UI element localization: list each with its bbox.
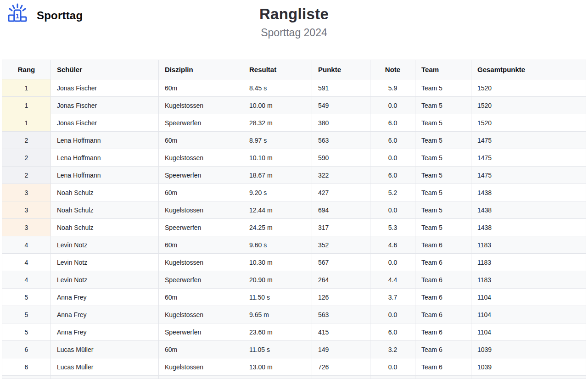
cell-points: 563 [312, 306, 370, 323]
cell-cropped [415, 376, 471, 379]
cell-total: 1475 [471, 149, 586, 167]
cell-discipline: Speerwerfen [159, 323, 243, 341]
table-row: 5Anna FreyKugelstossen9.65 m5630.0Team 6… [2, 306, 586, 323]
cell-points: 590 [312, 149, 370, 167]
cell-total: 1183 [471, 271, 586, 289]
cell-result: 9.20 s [243, 184, 312, 201]
cell-grade: 4.6 [370, 236, 415, 254]
titles: Rangliste Sporttag 2024 [0, 6, 588, 39]
cell-rank: 4 [2, 236, 51, 254]
table-row-cropped [2, 376, 586, 379]
cell-points: 415 [312, 323, 370, 341]
column-header-disziplin: Disziplin [159, 60, 243, 79]
column-header-resultat: Resultat [243, 60, 312, 79]
cell-discipline: 60m [159, 184, 243, 201]
cell-total: 1039 [471, 341, 586, 358]
cell-grade: 0.0 [370, 358, 415, 376]
cell-total: 1104 [471, 323, 586, 341]
cell-discipline: 60m [159, 236, 243, 254]
table-row: 6Lucas MüllerKugelstossen13.00 m7260.0Te… [2, 358, 586, 376]
page-header: 1 Sporttag Rangliste Sporttag 2024 [0, 0, 588, 60]
ranking-table: Rang Schüler Disziplin Resultat Punkte N… [2, 60, 586, 379]
cell-grade: 0.0 [370, 97, 415, 114]
page-title: Rangliste [0, 6, 588, 23]
cell-points: 427 [312, 184, 370, 201]
table-row: 4Levin Notz60m9.60 s3524.6Team 61183 [2, 236, 586, 254]
cell-rank: 1 [2, 97, 51, 114]
cell-result: 9.60 s [243, 236, 312, 254]
cell-discipline: Kugelstossen [159, 97, 243, 114]
cell-rank: 4 [2, 271, 51, 289]
cell-team: Team 5 [415, 79, 471, 97]
cell-student: Noah Schulz [51, 184, 159, 201]
page-subtitle: Sporttag 2024 [0, 27, 588, 39]
cell-discipline: Kugelstossen [159, 358, 243, 376]
cell-result: 12.44 m [243, 201, 312, 219]
cell-rank: 2 [2, 167, 51, 184]
cell-team: Team 5 [415, 219, 471, 236]
column-header-gesamtpunkte: Gesamtpunkte [471, 60, 586, 79]
cell-team: Team 6 [415, 236, 471, 254]
cell-student: Lucas Müller [51, 341, 159, 358]
cell-result: 9.65 m [243, 306, 312, 323]
column-header-punkte: Punkte [312, 60, 370, 79]
cell-total: 1520 [471, 97, 586, 114]
table-row: 6Lucas Müller60m11.05 s1493.2Team 61039 [2, 341, 586, 358]
cell-points: 149 [312, 341, 370, 358]
cell-discipline: 60m [159, 79, 243, 97]
cell-team: Team 6 [415, 306, 471, 323]
cell-student: Lena Hoffmann [51, 167, 159, 184]
table-header-row: Rang Schüler Disziplin Resultat Punkte N… [2, 60, 586, 79]
cell-team: Team 5 [415, 114, 471, 132]
cell-team: Team 6 [415, 341, 471, 358]
cell-cropped [471, 376, 586, 379]
cell-discipline: Speerwerfen [159, 167, 243, 184]
cell-points: 317 [312, 219, 370, 236]
cell-points: 380 [312, 114, 370, 132]
cell-grade: 6.0 [370, 167, 415, 184]
cell-rank: 3 [2, 184, 51, 201]
table-row: 4Levin NotzSpeerwerfen20.90 m2644.4Team … [2, 271, 586, 289]
cell-discipline: 60m [159, 132, 243, 149]
cell-team: Team 6 [415, 289, 471, 306]
cell-result: 10.10 m [243, 149, 312, 167]
cell-total: 1520 [471, 79, 586, 97]
cell-team: Team 5 [415, 167, 471, 184]
table-row: 3Noah SchulzSpeerwerfen24.25 m3175.3Team… [2, 219, 586, 236]
cell-grade: 0.0 [370, 201, 415, 219]
cell-total: 1520 [471, 114, 586, 132]
table-row: 2Lena HoffmannSpeerwerfen18.67 m3226.0Te… [2, 167, 586, 184]
cell-points: 264 [312, 271, 370, 289]
cell-cropped [2, 376, 51, 379]
cell-student: Levin Notz [51, 254, 159, 271]
column-header-schueler: Schüler [51, 60, 159, 79]
cell-student: Jonas Fischer [51, 114, 159, 132]
table-row: 2Lena HoffmannKugelstossen10.10 m5900.0T… [2, 149, 586, 167]
cell-team: Team 5 [415, 97, 471, 114]
cell-student: Lucas Müller [51, 358, 159, 376]
cell-result: 18.67 m [243, 167, 312, 184]
cell-result: 11.50 s [243, 289, 312, 306]
table-row: 4Levin NotzKugelstossen10.30 m5670.0Team… [2, 254, 586, 271]
cell-discipline: Kugelstossen [159, 306, 243, 323]
cell-points: 563 [312, 132, 370, 149]
cell-cropped [159, 376, 243, 379]
cell-team: Team 5 [415, 184, 471, 201]
cell-rank: 2 [2, 149, 51, 167]
cell-student: Anna Frey [51, 323, 159, 341]
cell-rank: 1 [2, 79, 51, 97]
cell-rank: 1 [2, 114, 51, 132]
cell-student: Noah Schulz [51, 219, 159, 236]
cell-result: 20.90 m [243, 271, 312, 289]
cell-points: 352 [312, 236, 370, 254]
cell-total: 1475 [471, 132, 586, 149]
cell-team: Team 6 [415, 254, 471, 271]
cell-student: Anna Frey [51, 289, 159, 306]
cell-result: 11.05 s [243, 341, 312, 358]
cell-student: Levin Notz [51, 236, 159, 254]
cell-grade: 5.2 [370, 184, 415, 201]
table-row: 1Jonas FischerSpeerwerfen28.32 m3806.0Te… [2, 114, 586, 132]
table-row: 3Noah Schulz60m9.20 s4275.2Team 51438 [2, 184, 586, 201]
cell-discipline: Speerwerfen [159, 271, 243, 289]
table-row: 1Jonas Fischer60m8.45 s5915.9Team 51520 [2, 79, 586, 97]
